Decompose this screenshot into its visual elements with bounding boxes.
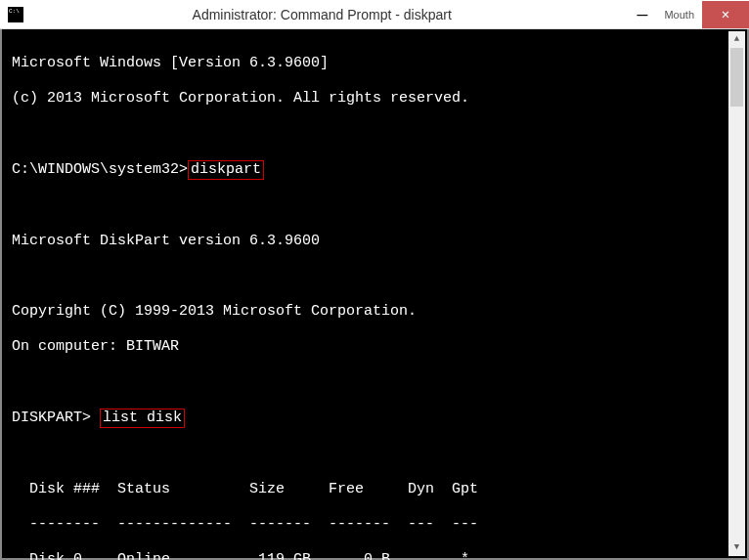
- scroll-track[interactable]: [728, 48, 745, 539]
- scroll-up-arrow[interactable]: ▲: [728, 31, 745, 48]
- blank-line: [12, 268, 737, 285]
- close-button[interactable]: ✕: [702, 1, 749, 28]
- blank-line: [12, 446, 737, 463]
- output-line: Copyright (C) 1999-2013 Microsoft Corpor…: [12, 303, 737, 321]
- window-controls: — Mouth ✕: [620, 0, 749, 28]
- output-line: Microsoft Windows [Version 6.3.9600]: [12, 55, 737, 72]
- table-row: Disk 0 Online 119 GB 0 B *: [12, 551, 737, 560]
- prompt-path: C:\WINDOWS\system32>: [12, 161, 188, 178]
- table-header: Disk ### Status Size Free Dyn Gpt: [12, 481, 737, 498]
- vertical-scrollbar[interactable]: ▲ ▼: [728, 31, 745, 556]
- prompt-line: C:\WINDOWS\system32>diskpart: [12, 160, 737, 180]
- blank-line: [12, 125, 737, 143]
- table-divider: -------- ------------- ------- ------- -…: [12, 516, 737, 534]
- mouth-label: Mouth: [664, 9, 694, 21]
- minimize-button[interactable]: —: [620, 1, 664, 28]
- scroll-down-arrow[interactable]: ▼: [728, 539, 745, 556]
- terminal-output[interactable]: Microsoft Windows [Version 6.3.9600] (c)…: [0, 29, 749, 560]
- diskpart-prompt: DISKPART>: [12, 409, 100, 426]
- blank-line: [12, 373, 737, 391]
- output-line: On computer: BITWAR: [12, 338, 737, 356]
- blank-line: [12, 197, 737, 215]
- window-titlebar: Administrator: Command Prompt - diskpart…: [0, 0, 749, 29]
- output-line: Microsoft DiskPart version 6.3.9600: [12, 233, 737, 250]
- app-icon: [8, 7, 23, 22]
- scroll-thumb[interactable]: [730, 48, 743, 107]
- window-title: Administrator: Command Prompt - diskpart: [23, 7, 620, 22]
- command-list-disk: list disk: [100, 409, 185, 428]
- output-line: (c) 2013 Microsoft Corporation. All righ…: [12, 90, 737, 108]
- command-diskpart: diskpart: [188, 160, 264, 180]
- prompt-line: DISKPART> list disk: [12, 409, 737, 428]
